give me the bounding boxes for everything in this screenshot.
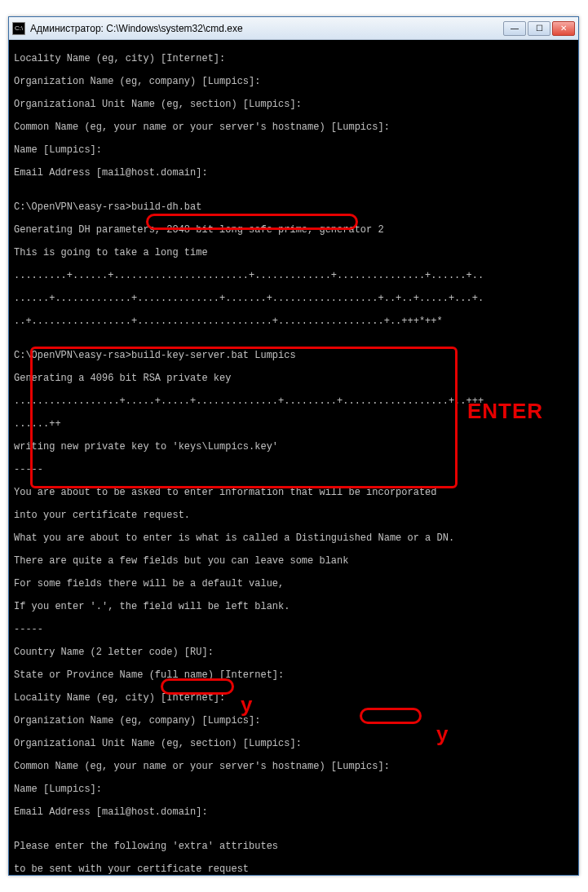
cmd-window: C:\ Администратор: C:\Windows\system32\c… xyxy=(8,16,579,876)
window-title: Администратор: C:\Windows\system32\cmd.e… xyxy=(30,23,503,34)
term-line: Organization Name (eg, company) [Lumpics… xyxy=(14,76,573,87)
term-line: to be sent with your certificate request xyxy=(14,863,573,875)
term-line: Locality Name (eg, city) [Internet]: xyxy=(14,692,573,704)
term-line: Common Name (eg, your name or your serve… xyxy=(14,761,573,772)
term-line: Country Name (2 letter code) [RU]: xyxy=(14,647,573,658)
term-line: Please enter the following 'extra' attri… xyxy=(14,841,573,852)
minimize-button[interactable]: — xyxy=(503,21,526,36)
term-line: Organizational Unit Name (eg, section) [… xyxy=(14,99,573,110)
term-line: Email Address [mail@host.domain]: xyxy=(14,806,573,818)
term-line: ..+.................+...................… xyxy=(14,316,573,327)
terminal-output[interactable]: Locality Name (eg, city) [Internet]: Org… xyxy=(9,40,578,875)
term-line: If you enter '.', the field will be left… xyxy=(14,601,573,612)
term-line: State or Province Name (full name) [Inte… xyxy=(14,669,573,681)
term-line: For some fields there will be a default … xyxy=(14,578,573,590)
cmd-icon: C:\ xyxy=(12,22,25,35)
term-line: Organization Name (eg, company) [Lumpics… xyxy=(14,715,573,726)
titlebar: C:\ Администратор: C:\Windows\system32\c… xyxy=(9,17,578,40)
term-line: ----- xyxy=(14,464,573,475)
term-line: Common Name (eg, your name or your serve… xyxy=(14,121,573,133)
close-button[interactable]: ✕ xyxy=(552,21,575,36)
term-line: This is going to take a long time xyxy=(14,247,573,258)
term-line: Generating DH parameters, 2048 bit long … xyxy=(14,224,573,236)
term-line: writing new private key to 'keys\Lumpics… xyxy=(14,441,573,453)
term-line: ----- xyxy=(14,624,573,635)
term-line: You are about to be asked to enter infor… xyxy=(14,487,573,498)
term-line: There are quite a few fields but you can… xyxy=(14,555,573,567)
term-line: Generating a 4096 bit RSA private key xyxy=(14,373,573,384)
term-line: Email Address [mail@host.domain]: xyxy=(14,167,573,179)
term-line: Organizational Unit Name (eg, section) [… xyxy=(14,738,573,749)
window-controls: — ☐ ✕ xyxy=(503,21,575,36)
term-line: What you are about to enter is what is c… xyxy=(14,532,573,544)
term-line: .........+......+.......................… xyxy=(14,270,573,281)
term-line: Locality Name (eg, city) [Internet]: xyxy=(14,53,573,64)
term-line: ......+.............+..............+....… xyxy=(14,293,573,304)
term-line: into your certificate request. xyxy=(14,510,573,521)
term-line: Name [Lumpics]: xyxy=(14,144,573,156)
maximize-button[interactable]: ☐ xyxy=(528,21,550,36)
term-line: C:\OpenVPN\easy-rsa>build-dh.bat xyxy=(14,201,573,213)
term-line: Name [Lumpics]: xyxy=(14,784,573,795)
term-line: ..................+.....+.....+.........… xyxy=(14,395,573,407)
term-line: C:\OpenVPN\easy-rsa>build-key-server.bat… xyxy=(14,350,573,361)
term-line: ......++ xyxy=(14,418,573,430)
